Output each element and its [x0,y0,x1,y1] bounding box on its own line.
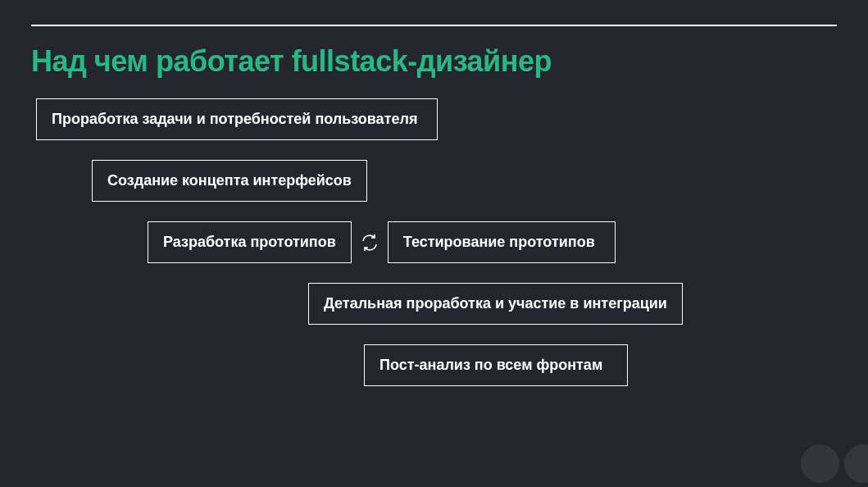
step-concept: Создание концепта интерфейсов [92,160,367,202]
top-divider [31,25,837,26]
step-prototyping: Разработка прототипов [148,221,352,263]
clover-logo-icon [801,444,868,487]
step-row: Создание концепта интерфейсов [92,160,837,202]
process-flow: Проработка задачи и потребностей пользов… [31,98,837,386]
step-testing: Тестирование прототипов [388,221,616,263]
step-row: Проработка задачи и потребностей пользов… [36,98,837,140]
step-row: Разработка прототипов Тестирование прото… [148,221,837,263]
slide-title: Над чем работает fullstack-дизайнер [31,44,837,79]
step-post-analysis: Пост-анализ по всем фронтам [364,344,628,386]
step-row: Детальная проработка и участие в интегра… [308,283,837,325]
slide: Над чем работает fullstack-дизайнер Прор… [0,25,868,487]
step-research: Проработка задачи и потребностей пользов… [36,98,438,140]
step-row: Пост-анализ по всем фронтам [364,344,837,386]
cycle-icon [352,233,388,253]
step-integration: Детальная проработка и участие в интегра… [308,283,683,325]
